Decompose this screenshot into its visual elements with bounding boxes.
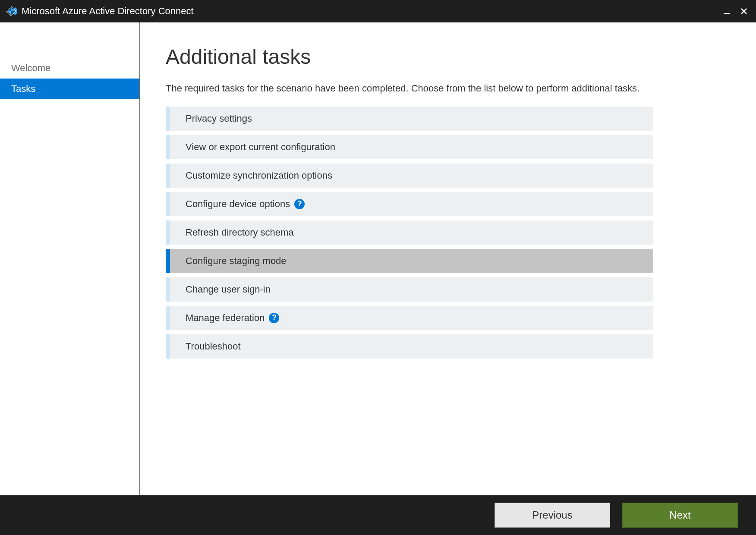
close-button[interactable]: [735, 3, 753, 20]
task-accent: [166, 192, 170, 216]
task-customize-sync[interactable]: Customize synchronization options: [166, 164, 653, 188]
page-description: The required tasks for the scenario have…: [166, 82, 653, 95]
sidebar-item-welcome[interactable]: Welcome: [0, 58, 139, 79]
task-accent: [166, 249, 170, 273]
button-label: Previous: [532, 509, 572, 521]
task-configure-staging-mode[interactable]: Configure staging mode: [166, 249, 653, 273]
task-accent: [166, 334, 170, 359]
task-accent: [166, 277, 170, 302]
task-label: Privacy settings: [186, 113, 252, 124]
task-label: Manage federation: [186, 312, 265, 324]
task-label: Configure device options: [186, 198, 290, 210]
help-icon[interactable]: ?: [294, 199, 305, 209]
task-refresh-directory-schema[interactable]: Refresh directory schema: [166, 220, 653, 245]
button-label: Next: [669, 509, 690, 521]
task-configure-device-options[interactable]: Configure device options ?: [166, 192, 653, 216]
task-accent: [166, 306, 170, 330]
page-title: Additional tasks: [166, 45, 728, 69]
app-window: Microsoft Azure Active Directory Connect…: [0, 0, 756, 535]
task-list: Privacy settings View or export current …: [166, 107, 653, 359]
task-label: Customize synchronization options: [186, 170, 332, 181]
task-label: Refresh directory schema: [186, 227, 294, 238]
task-accent: [166, 107, 170, 131]
svg-rect-1: [724, 13, 730, 14]
task-manage-federation[interactable]: Manage federation ?: [166, 306, 653, 330]
task-troubleshoot[interactable]: Troubleshoot: [166, 334, 653, 359]
sidebar: Welcome Tasks: [0, 22, 140, 495]
sidebar-item-tasks[interactable]: Tasks: [0, 79, 139, 99]
task-view-export-config[interactable]: View or export current configuration: [166, 135, 653, 159]
help-icon[interactable]: ?: [269, 313, 279, 323]
azure-logo-icon: [5, 5, 17, 17]
title-bar: Microsoft Azure Active Directory Connect: [0, 0, 756, 22]
minimize-button[interactable]: [718, 3, 735, 20]
task-privacy-settings[interactable]: Privacy settings: [166, 107, 653, 131]
task-accent: [166, 135, 170, 159]
footer: Previous Next: [0, 495, 756, 535]
previous-button[interactable]: Previous: [495, 503, 610, 528]
task-label: Configure staging mode: [186, 255, 287, 267]
sidebar-item-label: Welcome: [11, 63, 50, 74]
task-change-user-signin[interactable]: Change user sign-in: [166, 277, 653, 302]
window-body: Welcome Tasks Additional tasks The requi…: [0, 22, 756, 495]
task-accent: [166, 220, 170, 245]
task-label: View or export current configuration: [186, 142, 335, 153]
main-content: Additional tasks The required tasks for …: [140, 22, 756, 495]
task-label: Troubleshoot: [186, 341, 241, 352]
window-title: Microsoft Azure Active Directory Connect: [22, 6, 718, 17]
task-label: Change user sign-in: [186, 284, 271, 295]
next-button[interactable]: Next: [622, 503, 738, 528]
sidebar-item-label: Tasks: [11, 83, 35, 94]
task-accent: [166, 164, 170, 188]
